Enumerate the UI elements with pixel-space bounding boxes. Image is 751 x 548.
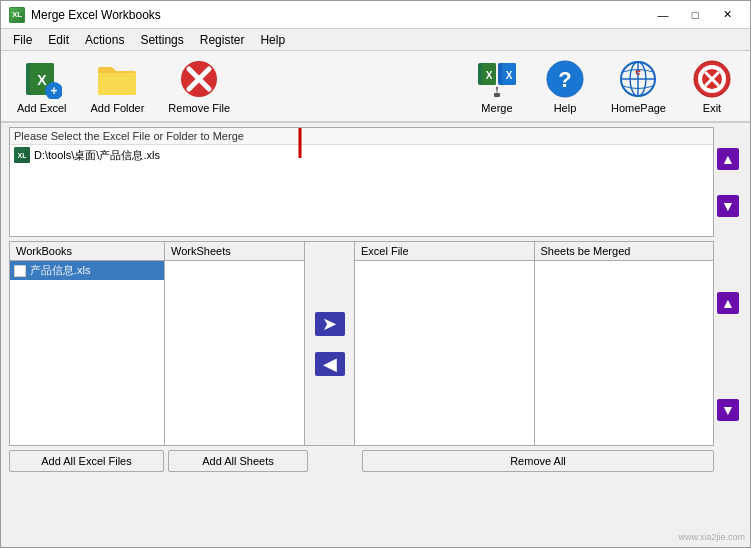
svg-rect-15 bbox=[494, 93, 500, 97]
bottom-scroll-down-button[interactable]: ▼ bbox=[717, 399, 739, 421]
remove-file-button[interactable]: Remove File bbox=[160, 54, 238, 118]
homepage-icon: e bbox=[617, 58, 659, 100]
add-excel-label: Add Excel bbox=[17, 102, 67, 114]
svg-text:X: X bbox=[506, 70, 513, 81]
merge-icon: X X bbox=[476, 58, 518, 100]
excel-file-panel: Excel File bbox=[355, 242, 535, 445]
workbook-name: 产品信息.xls bbox=[30, 263, 91, 278]
svg-text:X: X bbox=[486, 70, 493, 81]
add-folder-button[interactable]: Add Folder bbox=[83, 54, 153, 118]
add-excel-button[interactable]: X + Add Excel bbox=[9, 54, 75, 118]
left-arrow-icon: ◀ bbox=[323, 353, 337, 375]
bottom-buttons: Add All Excel Files Add All Sheets Remov… bbox=[9, 450, 714, 472]
title-bar-left: XL Merge Excel Workbooks bbox=[9, 7, 161, 23]
app-icon: XL bbox=[9, 7, 25, 23]
menu-actions[interactable]: Actions bbox=[77, 31, 132, 49]
file-list-area: Please Select the Excel File or Folder t… bbox=[9, 127, 714, 237]
homepage-label: HomePage bbox=[611, 102, 666, 114]
svg-text:e: e bbox=[636, 66, 642, 77]
workbooks-panel: WorkBooks ✓ 产品信息.xls bbox=[10, 242, 165, 445]
maximize-button[interactable]: □ bbox=[680, 5, 710, 25]
excel-file-body bbox=[355, 261, 534, 445]
bottom-scroll-up-button[interactable]: ▲ bbox=[717, 292, 739, 314]
bottom-scroll: ▲ ▼ bbox=[714, 241, 742, 472]
homepage-button[interactable]: e HomePage bbox=[603, 54, 674, 118]
worksheets-body bbox=[165, 261, 304, 445]
title-bar: XL Merge Excel Workbooks — □ ✕ bbox=[1, 1, 750, 29]
merge-button[interactable]: X X Merge bbox=[467, 54, 527, 118]
file-list-scroll: ▲ ▼ bbox=[714, 127, 742, 237]
merge-label: Merge bbox=[481, 102, 512, 114]
list-item[interactable]: XL D:\tools\桌面\产品信息.xls bbox=[10, 145, 713, 165]
watermark: www.xia2jie.com bbox=[678, 532, 745, 542]
xls-icon: XL bbox=[14, 147, 30, 163]
help-button[interactable]: ? Help bbox=[535, 54, 595, 118]
add-all-excel-button[interactable]: Add All Excel Files bbox=[9, 450, 164, 472]
menu-edit[interactable]: Edit bbox=[40, 31, 77, 49]
menu-help[interactable]: Help bbox=[252, 31, 293, 49]
svg-text:+: + bbox=[50, 84, 57, 98]
checkbox-icon[interactable]: ✓ bbox=[14, 265, 26, 277]
add-all-sheets-button[interactable]: Add All Sheets bbox=[168, 450, 308, 472]
help-icon: ? bbox=[544, 58, 586, 100]
scroll-up-button[interactable]: ▲ bbox=[717, 148, 739, 170]
menu-file[interactable]: File bbox=[5, 31, 40, 49]
exit-button[interactable]: Exit bbox=[682, 54, 742, 118]
file-path: D:\tools\桌面\产品信息.xls bbox=[34, 148, 160, 163]
right-arrow-icon: ➤ bbox=[322, 313, 337, 335]
exit-label: Exit bbox=[703, 102, 721, 114]
window-title: Merge Excel Workbooks bbox=[31, 8, 161, 22]
exit-icon bbox=[691, 58, 733, 100]
scroll-down-button[interactable]: ▼ bbox=[717, 195, 739, 217]
toolbar: X + Add Excel Add Folder Remove File bbox=[1, 51, 750, 123]
menu-register[interactable]: Register bbox=[192, 31, 253, 49]
workbooks-body: ✓ 产品信息.xls bbox=[10, 261, 164, 445]
file-list-header: Please Select the Excel File or Folder t… bbox=[10, 128, 713, 145]
svg-text:X: X bbox=[37, 72, 47, 88]
menu-bar: File Edit Actions Settings Register Help bbox=[1, 29, 750, 51]
minimize-button[interactable]: — bbox=[648, 5, 678, 25]
remove-all-button[interactable]: Remove All bbox=[362, 450, 714, 472]
add-excel-icon: X + bbox=[21, 58, 63, 100]
sheets-merged-panel: Sheets be Merged bbox=[535, 242, 714, 445]
bottom-area: WorkBooks ✓ 产品信息.xls WorkSheets ➤ bbox=[9, 241, 742, 472]
svg-text:?: ? bbox=[558, 67, 571, 92]
add-folder-label: Add Folder bbox=[91, 102, 145, 114]
panels-row: WorkBooks ✓ 产品信息.xls WorkSheets ➤ bbox=[9, 241, 714, 446]
mid-arrows: ➤ ◀ bbox=[305, 242, 355, 445]
close-button[interactable]: ✕ bbox=[712, 5, 742, 25]
workbooks-header: WorkBooks bbox=[10, 242, 164, 261]
help-label: Help bbox=[554, 102, 577, 114]
excel-file-header: Excel File bbox=[355, 242, 534, 261]
add-sheets-button[interactable]: ➤ bbox=[315, 312, 345, 336]
remove-file-label: Remove File bbox=[168, 102, 230, 114]
title-bar-controls: — □ ✕ bbox=[648, 5, 742, 25]
workbook-item[interactable]: ✓ 产品信息.xls bbox=[10, 261, 164, 280]
menu-settings[interactable]: Settings bbox=[132, 31, 191, 49]
remove-file-icon bbox=[178, 58, 220, 100]
remove-sheets-button[interactable]: ◀ bbox=[315, 352, 345, 376]
sheets-merged-body bbox=[535, 261, 714, 445]
add-folder-icon bbox=[96, 58, 138, 100]
worksheets-panel: WorkSheets bbox=[165, 242, 305, 445]
worksheets-header: WorkSheets bbox=[165, 242, 304, 261]
file-list-section: Please Select the Excel File or Folder t… bbox=[9, 127, 742, 237]
panels-container: WorkBooks ✓ 产品信息.xls WorkSheets ➤ bbox=[9, 241, 714, 472]
sheets-merged-header: Sheets be Merged bbox=[535, 242, 714, 261]
